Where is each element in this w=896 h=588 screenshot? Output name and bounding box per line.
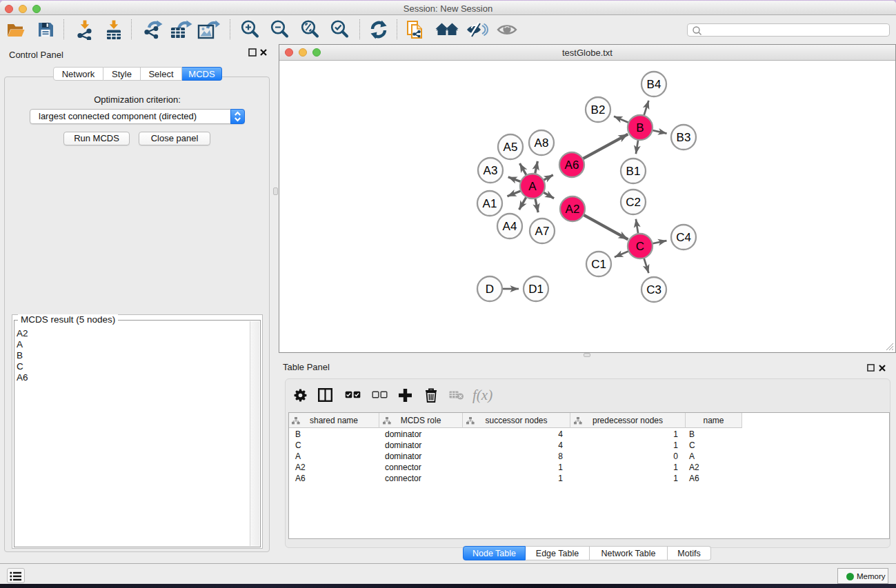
svg-text:D: D xyxy=(486,283,494,296)
svg-text:C2: C2 xyxy=(626,196,641,209)
svg-text:B4: B4 xyxy=(647,78,661,91)
svg-text:A6: A6 xyxy=(565,159,579,172)
svg-text:A1: A1 xyxy=(483,197,497,210)
svg-text:C4: C4 xyxy=(676,231,691,244)
svg-text:C1: C1 xyxy=(591,258,606,271)
svg-text:A3: A3 xyxy=(484,164,498,177)
svg-text:A: A xyxy=(528,180,537,193)
svg-text:C: C xyxy=(636,240,644,253)
svg-text:B1: B1 xyxy=(626,165,641,178)
svg-text:A5: A5 xyxy=(504,141,518,154)
svg-text:A7: A7 xyxy=(535,225,550,238)
svg-text:A8: A8 xyxy=(535,136,549,150)
svg-text:D1: D1 xyxy=(528,283,544,296)
svg-text:B: B xyxy=(636,121,644,134)
svg-text:A2: A2 xyxy=(566,203,580,216)
svg-text:B3: B3 xyxy=(677,131,691,144)
svg-text:A4: A4 xyxy=(503,220,517,233)
svg-text:B2: B2 xyxy=(591,103,606,116)
svg-text:C3: C3 xyxy=(646,283,661,296)
